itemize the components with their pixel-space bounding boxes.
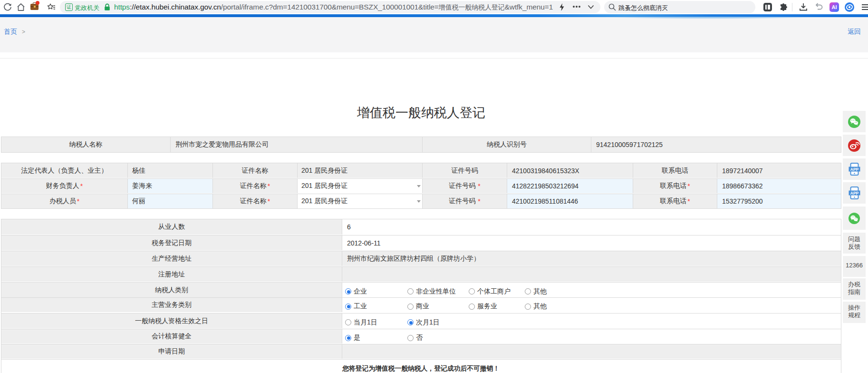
- svg-text:APP: APP: [850, 191, 858, 196]
- svg-text:APP: APP: [850, 167, 858, 172]
